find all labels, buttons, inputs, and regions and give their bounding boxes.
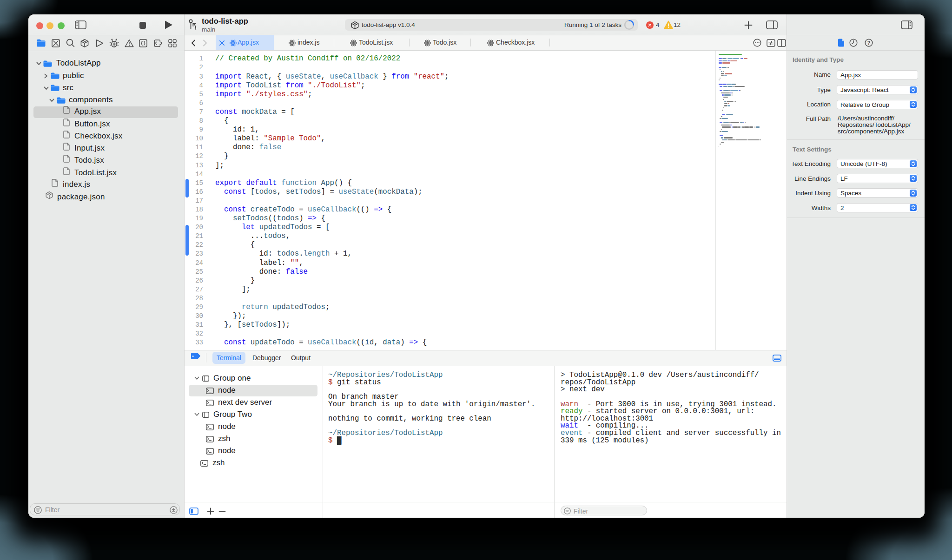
svg-text:?: ? (867, 40, 870, 46)
